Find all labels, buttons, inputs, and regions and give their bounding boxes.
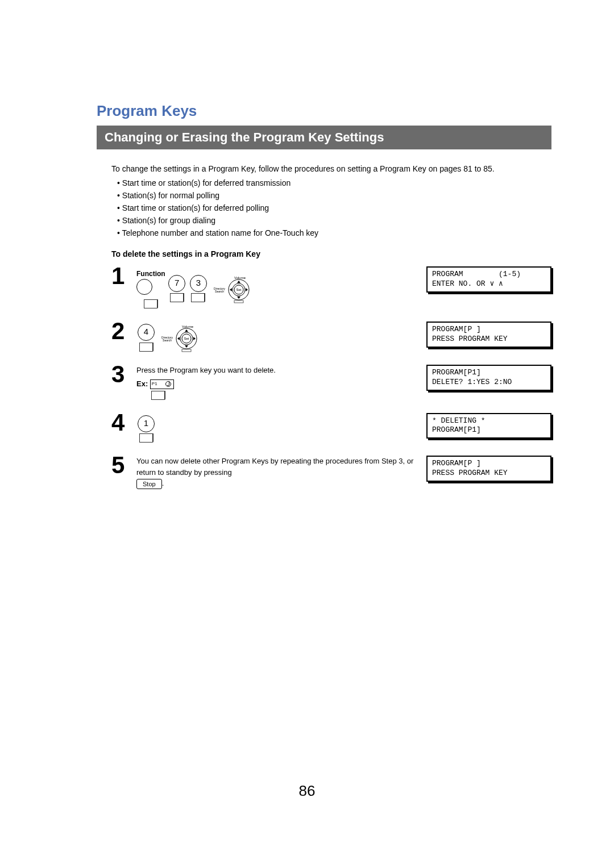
step-row-4: 4 1 * DELETING * PROGRAM[P1] — [111, 411, 551, 444]
lcd-display: PROGRAM[P ] PRESS PROGRAM KEY — [426, 456, 551, 482]
svg-rect-23 — [182, 349, 191, 352]
step-row-5: 5 You can now delete other Program Keys … — [111, 453, 551, 489]
p1-label: P1 — [152, 381, 157, 387]
svg-marker-21 — [177, 337, 180, 340]
key-stub-icon — [139, 433, 154, 443]
title-bar: Changing or Erasing the Program Key Sett… — [97, 126, 551, 149]
bullet-item: Start time or station(s) for deferred tr… — [117, 177, 551, 189]
step-text-after: . — [162, 479, 164, 487]
bullet-list: Start time or station(s) for deferred tr… — [117, 177, 551, 239]
key-stub-icon — [139, 343, 154, 352]
step-text: Press the Program key you want to delete… — [136, 365, 426, 376]
nav-cluster-icon: Volume Directory Search Set — [161, 324, 198, 352]
step-body: 4 Volume Directory Search Set — [136, 319, 426, 352]
svg-text:Set: Set — [184, 337, 189, 340]
lcd-display: PROGRAM[P1] DELETE? 1:YES 2:NO — [426, 365, 551, 391]
lcd-display: PROGRAM[P ] PRESS PROGRAM KEY — [426, 322, 551, 348]
key-stub-icon — [191, 293, 205, 302]
ex-label: Ex: — [136, 379, 148, 388]
step-row-2: 2 4 Volume Directory Search — [111, 319, 551, 352]
step-body: You can now delete other Program Keys by… — [136, 453, 426, 489]
svg-text:Set: Set — [236, 288, 241, 291]
step-row-3: 3 Press the Program key you want to dele… — [111, 362, 551, 400]
svg-marker-20 — [185, 345, 188, 348]
subheading: To delete the settings in a Program Key — [111, 249, 551, 258]
keypad-4-icon: 4 — [138, 324, 155, 341]
svg-text:Search: Search — [163, 339, 172, 342]
lcd-display: PROGRAM (1-5) ENTER NO. OR ∨ ∧ — [426, 266, 551, 293]
svg-rect-11 — [234, 301, 243, 303]
step-body: Press the Program key you want to delete… — [136, 362, 426, 400]
nav-cluster-icon: Volume Directory Search Set — [214, 275, 250, 303]
bullet-item: Telephone number and station name for On… — [117, 227, 551, 239]
steps-list: 1 Function 7 3 — [111, 264, 551, 489]
keypad-7-icon: 7 — [168, 275, 185, 292]
page-number: 86 — [0, 782, 614, 800]
function-label: Function — [136, 269, 165, 279]
stop-button-icon: Stop — [136, 479, 162, 489]
key-stub-icon — [170, 293, 184, 302]
keypad-1-icon: 1 — [138, 415, 155, 432]
keypad-3-icon: 3 — [190, 275, 207, 292]
intro-block: To change the settings in a Program Key,… — [111, 163, 551, 239]
key-stub-icon — [151, 391, 165, 400]
svg-marker-7 — [237, 281, 240, 283]
step-body: 1 — [136, 411, 426, 444]
svg-marker-10 — [246, 288, 248, 291]
step-body: Function 7 3 Volume — [136, 264, 426, 309]
svg-marker-22 — [193, 337, 196, 340]
svg-marker-19 — [185, 329, 188, 332]
bullet-item: Station(s) for group dialing — [117, 215, 551, 227]
svg-text:Volume: Volume — [182, 325, 194, 328]
step-number: 5 — [111, 453, 136, 477]
manual-page: Program Keys Changing or Erasing the Pro… — [0, 0, 614, 868]
step-number: 3 — [111, 362, 136, 386]
step-text-before: You can now delete other Program Keys by… — [136, 457, 413, 477]
step-number: 2 — [111, 319, 136, 343]
step-number: 1 — [111, 264, 136, 288]
svg-text:Search: Search — [215, 290, 224, 293]
svg-text:Volume: Volume — [234, 276, 246, 279]
bullet-item: Station(s) for normal polling — [117, 190, 551, 202]
section-heading: Program Keys — [97, 102, 551, 120]
lcd-display: * DELETING * PROGRAM[P1] — [426, 413, 551, 439]
step-row-1: 1 Function 7 3 — [111, 264, 551, 309]
bullet-item: Start time or station(s) for deferred po… — [117, 202, 551, 214]
svg-marker-9 — [230, 288, 232, 291]
key-stub-icon — [144, 299, 158, 308]
svg-marker-8 — [237, 297, 240, 299]
step-number: 4 — [111, 411, 136, 435]
program-key-p1-icon: P1 — [150, 379, 174, 389]
intro-text: To change the settings in a Program Key,… — [111, 163, 551, 175]
